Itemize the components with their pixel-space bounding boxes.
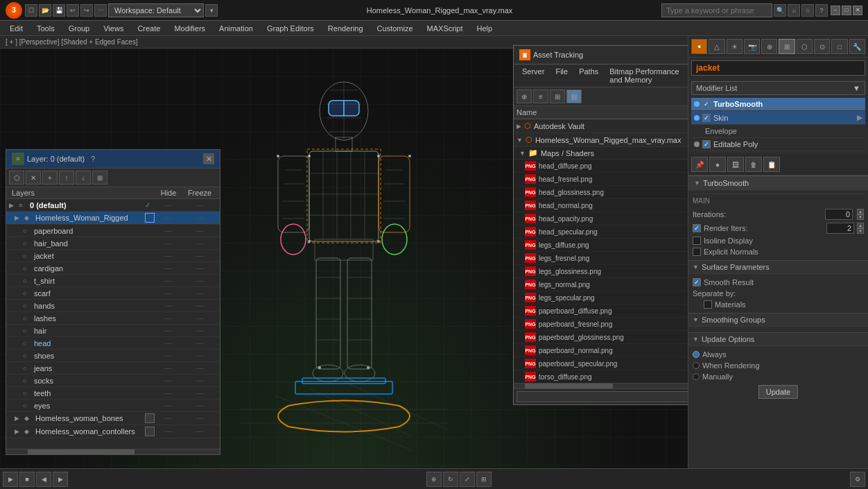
layers-tb-up-btn[interactable]: ↑ <box>59 171 74 185</box>
turbosmooth-enable-check[interactable] <box>702 100 711 108</box>
iterations-down[interactable]: ▼ <box>857 214 864 220</box>
play-btn[interactable]: ▶ <box>3 472 18 487</box>
modifier-skin[interactable]: Skin ▶ <box>691 111 865 125</box>
asset-tb-btn3[interactable]: ⊞ <box>550 89 565 103</box>
render-iters-check[interactable] <box>693 224 701 232</box>
menu-graph-editors[interactable]: Graph Editors <box>260 23 321 34</box>
menu-modifiers[interactable]: Modifiers <box>167 23 212 34</box>
layers-help-btn[interactable]: ? <box>87 153 98 164</box>
layer-item-hair-band[interactable]: ○ hair_band ---- ---- <box>6 237 220 250</box>
layer-item-rigged[interactable]: ▶ ◆ Homeless_Woman_Rigged ---- ---- <box>6 212 220 225</box>
workspace-dropdown[interactable]: Workspace: DefaultWorkspace: Default <box>108 3 204 17</box>
render-iters-input[interactable] <box>826 223 854 234</box>
smoothing-groups-section[interactable]: ▼ Smoothing Groups <box>688 313 868 327</box>
menu-edit[interactable]: Edit <box>3 23 30 34</box>
rp-hierarchy-btn[interactable]: ⬡ <box>797 39 813 54</box>
layer-item-bones[interactable]: ▶ ◆ Homeless_woman_bones ---- ---- <box>6 412 220 425</box>
modifier-turbosmooth[interactable]: TurboSmooth <box>691 98 865 111</box>
close-btn[interactable]: ✕ <box>853 6 862 15</box>
rp-motion-btn[interactable]: ⊙ <box>814 39 830 54</box>
search-btn[interactable]: 🔍 <box>774 4 786 17</box>
modifier-editable-poly[interactable]: Editable Poly <box>691 138 865 151</box>
search2-btn[interactable]: ⌕ <box>788 4 800 17</box>
options-btn[interactable]: ⋯ <box>94 4 107 17</box>
rp-shape-btn[interactable]: △ <box>709 39 724 54</box>
bookmark-btn[interactable]: ☆ <box>801 4 814 17</box>
layers-tb-link-btn[interactable]: ⊞ <box>92 171 107 185</box>
menu-customize[interactable]: Customize <box>370 23 420 34</box>
modifier-envelope[interactable]: Envelope <box>691 125 865 138</box>
menu-tools[interactable]: Tools <box>30 23 62 34</box>
asset-tb-btn2[interactable]: ≡ <box>533 89 548 103</box>
asset-menu-bitmap[interactable]: Bitmap Performance and Memory <box>604 66 694 85</box>
layer-item-paperboard[interactable]: ○ paperboard ---- ---- <box>6 225 220 237</box>
always-radio[interactable] <box>693 351 700 358</box>
layer-item-tshirt[interactable]: ○ t_shirt ---- ---- <box>6 275 220 287</box>
mod-copy-btn[interactable]: 📋 <box>763 157 780 172</box>
rp-modify-btn[interactable]: ⊞ <box>779 39 795 54</box>
render-iters-up[interactable]: ▲ <box>857 223 864 228</box>
layer-item-default[interactable]: ▶ ≡ 0 (default) ✓ ---- ---- <box>6 199 220 212</box>
new-file-btn[interactable]: ☐ <box>25 4 37 17</box>
materials-check[interactable] <box>704 300 712 309</box>
workspace-expand-btn[interactable]: ▾ <box>205 4 218 17</box>
turbosmooth-section-header[interactable]: ▼ TurboSmooth <box>688 175 868 191</box>
rp-color-btn[interactable]: ● <box>691 39 707 54</box>
transform-btn[interactable]: ⊕ <box>426 472 442 487</box>
menu-create[interactable]: Create <box>130 23 167 34</box>
explicit-check[interactable] <box>693 248 701 256</box>
smooth-result-check[interactable] <box>693 278 701 286</box>
update-button[interactable]: Update <box>758 385 798 399</box>
modifier-name-field[interactable] <box>691 60 865 76</box>
render-iters-down[interactable]: ▼ <box>857 228 864 234</box>
when-rendering-radio[interactable] <box>693 362 700 369</box>
layer-item-scarf[interactable]: ○ scarf ---- ---- <box>6 287 220 300</box>
undo-btn[interactable]: ↩ <box>67 4 79 17</box>
menu-views[interactable]: Views <box>96 23 130 34</box>
snap-btn[interactable]: ⊞ <box>476 472 492 487</box>
rp-light-btn[interactable]: ☀ <box>727 39 743 54</box>
maximize-btn[interactable]: □ <box>842 6 851 15</box>
open-file-btn[interactable]: 📂 <box>39 4 51 17</box>
rp-utilities-btn[interactable]: 🔧 <box>849 39 865 54</box>
edpoly-enable-check[interactable] <box>702 140 711 148</box>
manually-radio[interactable] <box>693 373 700 380</box>
scale-btn[interactable]: ⤢ <box>460 472 475 487</box>
layers-tb-all-btn[interactable]: ⬡ <box>9 171 24 185</box>
layers-close-btn[interactable]: ✕ <box>203 153 214 164</box>
layer-item-hair[interactable]: ○ hair ---- ---- <box>6 325 220 337</box>
layers-scrollbar[interactable] <box>6 449 220 454</box>
minimize-btn[interactable]: − <box>831 6 840 15</box>
asset-tb-btn1[interactable]: ⊕ <box>517 89 532 103</box>
menu-maxscript[interactable]: MAXScript <box>420 23 470 34</box>
modifier-list-header[interactable]: Modifier List ▼ <box>691 81 865 95</box>
layer-item-controllers[interactable]: ▶ ◆ Homeless_woman_contollers ---- ---- <box>6 425 220 438</box>
layers-tb-add-btn[interactable]: + <box>42 171 58 185</box>
redo-btn[interactable]: ↪ <box>80 4 93 17</box>
layer-item-hands[interactable]: ○ hands ---- ---- <box>6 300 220 312</box>
mod-delete-btn[interactable]: 🗑 <box>745 157 762 172</box>
menu-help[interactable]: Help <box>470 23 500 34</box>
asset-tb-btn4[interactable]: ⊟ <box>566 89 582 103</box>
layer-item-jacket[interactable]: ○ jacket ---- ---- <box>6 250 220 262</box>
stop-btn[interactable]: ■ <box>19 472 35 487</box>
search-input[interactable] <box>661 3 772 17</box>
mod-render-btn[interactable]: 🖼 <box>727 157 744 172</box>
rp-camera-btn[interactable]: 📷 <box>744 39 760 54</box>
asset-menu-server[interactable]: Server <box>517 66 550 85</box>
rp-display-btn[interactable]: □ <box>831 39 847 54</box>
settings-btn[interactable]: ⚙ <box>850 472 865 487</box>
asset-menu-paths[interactable]: Paths <box>573 66 604 85</box>
asset-menu-file[interactable]: File <box>550 66 573 85</box>
skin-enable-check[interactable] <box>702 114 711 122</box>
update-options-section[interactable]: ▼ Update Options <box>688 332 868 346</box>
iterations-up[interactable]: ▲ <box>857 209 864 214</box>
mod-pin-btn[interactable]: 📌 <box>691 157 708 172</box>
rp-helper-btn[interactable]: ⊕ <box>761 39 777 54</box>
layers-tb-down-btn[interactable]: ↓ <box>76 171 91 185</box>
layer-item-cardigan[interactable]: ○ cardigan ---- ---- <box>6 262 220 275</box>
prev-frame-btn[interactable]: ◀ <box>36 472 51 487</box>
layer-item-socks[interactable]: ○ socks ---- ---- <box>6 375 220 387</box>
layers-tb-delete-btn[interactable]: ✕ <box>26 171 41 185</box>
iterations-input[interactable] <box>825 209 853 220</box>
